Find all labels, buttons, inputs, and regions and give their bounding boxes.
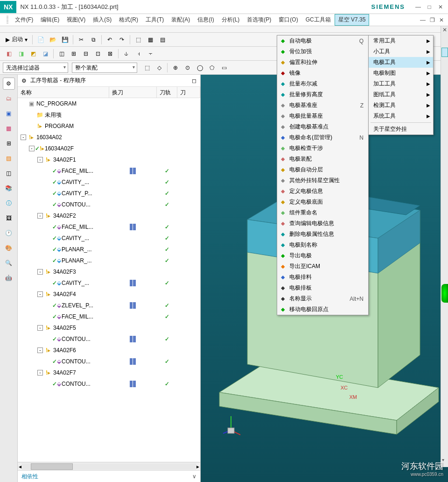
tree-row[interactable]: ✓⬙CONTOU...✓ xyxy=(18,199,200,210)
tool-a[interactable]: ⬚ xyxy=(133,35,143,45)
nav-layer-icon[interactable]: ◫ xyxy=(3,167,15,179)
submenu-item[interactable]: ◆电极批量基座 xyxy=(277,111,368,121)
col-extra[interactable]: 刀 xyxy=(177,87,200,98)
expand-toggle[interactable]: - xyxy=(37,269,43,275)
menu-prefs[interactable]: 首选项(P) xyxy=(243,14,275,26)
sel-btn3[interactable]: ⊕ xyxy=(170,63,181,73)
tree-row[interactable]: ▣NC_PROGRAM xyxy=(18,98,200,109)
submenu-item[interactable]: ◆电极排板 xyxy=(277,283,368,293)
submenu-item[interactable]: ◆批量修剪高度 xyxy=(277,89,368,100)
nav-gear-icon[interactable]: ⚙ xyxy=(3,78,15,90)
tree-row[interactable]: ✓⬙PLANAR_...✓ xyxy=(18,244,200,255)
submenu-item[interactable]: ◆查询编辑电极信息 xyxy=(277,218,368,229)
expand-toggle[interactable]: - xyxy=(37,325,43,331)
cube1-button[interactable]: ◧ xyxy=(4,49,14,59)
tree-row[interactable]: 📁未用项 xyxy=(18,109,200,120)
nav-book-icon[interactable]: 📚 xyxy=(3,182,15,194)
sel-btn2[interactable]: ◇ xyxy=(154,63,164,73)
nav-img-icon[interactable]: 🖼 xyxy=(3,212,15,224)
expand-toggle[interactable]: - xyxy=(37,347,43,353)
col-path[interactable]: 刀轨 xyxy=(157,87,177,98)
submenu-item[interactable]: ◆电极命名(层管理)N xyxy=(277,132,368,143)
gear-icon[interactable]: ⚙ xyxy=(21,78,27,84)
dd-electrode-drawing[interactable]: 电极制图▶ xyxy=(369,68,433,78)
dd-system-tools[interactable]: 系统工具▶ xyxy=(369,111,433,121)
panel-tab[interactable] xyxy=(441,48,448,57)
scroll-right-icon[interactable]: ▸ xyxy=(196,463,199,470)
close-button[interactable]: ✕ xyxy=(437,3,444,11)
expand-toggle[interactable]: - xyxy=(37,291,43,297)
tree-row[interactable]: ✓⬙CAVITY_...✓ xyxy=(18,233,200,244)
cut-button[interactable]: ✂ xyxy=(76,35,86,45)
tree-row[interactable]: -!▸34A02F6 xyxy=(18,345,200,356)
expand-toggle[interactable]: - xyxy=(37,213,43,219)
nav-part-icon[interactable]: ▣ xyxy=(3,107,15,120)
tree-row[interactable]: ✓⬙CONTOU...✓ xyxy=(18,378,200,390)
tree-row[interactable]: -!▸34A02F7 xyxy=(18,367,200,378)
menu-info[interactable]: 信息(I) xyxy=(194,14,217,26)
submenu-item[interactable]: ◆导出电极 xyxy=(277,250,368,261)
menu-insert[interactable]: 插入(S) xyxy=(89,14,115,26)
submenu-item[interactable]: ◆名称显示Alt+N xyxy=(277,293,368,304)
group2-btn[interactable]: ⊞ xyxy=(69,49,79,59)
menu-edit[interactable]: 编辑(E) xyxy=(37,14,63,26)
viewport-handle[interactable] xyxy=(441,284,448,303)
h-scrollbar[interactable]: ◂ ▸ xyxy=(18,462,200,470)
nav-search-icon[interactable]: 🔍 xyxy=(3,257,15,269)
tree-row[interactable]: -!▸34A02F3 xyxy=(18,266,200,277)
submenu-item[interactable]: ◆自动电极Q xyxy=(277,35,368,46)
dd-drawing-tools[interactable]: 图纸工具▶ xyxy=(369,89,433,100)
group4-btn[interactable]: ⊡ xyxy=(93,49,103,59)
menu-tools[interactable]: 工具(T) xyxy=(142,14,168,26)
menu-assembly[interactable]: 装配(A) xyxy=(168,14,194,26)
menu-gctoolbox[interactable]: GC工具箱 xyxy=(302,14,335,26)
mill1-btn[interactable]: ⫝ xyxy=(121,49,132,59)
expand-toggle[interactable]: - xyxy=(29,146,35,151)
doc-close-button[interactable]: ✕ xyxy=(438,16,445,24)
submenu-item[interactable]: ◆电极排料 xyxy=(277,272,368,283)
tree-row[interactable]: ✓⬙CAVITY_...✓ xyxy=(18,177,200,188)
sel-btn4[interactable]: ⊙ xyxy=(182,63,193,73)
minimize-button[interactable]: ― xyxy=(414,3,422,11)
nav-info-icon[interactable]: ⓘ xyxy=(3,197,15,209)
tree-row[interactable]: -!▸16034A02 xyxy=(18,132,200,143)
submenu-item[interactable]: ◆电极检查干涉 xyxy=(277,143,368,154)
open-button[interactable]: 📂 xyxy=(48,35,58,45)
tool-c[interactable]: ▤ xyxy=(157,35,168,45)
sel-btn7[interactable]: ▭ xyxy=(219,63,229,73)
tree-row[interactable]: ✓⬙FACE_MIL...✓ xyxy=(18,311,200,322)
start-button[interactable]: ▶ 启动 ▾ xyxy=(3,35,30,44)
dd-machining-tools[interactable]: 加工工具▶ xyxy=(369,78,433,89)
tree-row[interactable]: -!▸34A02F2 xyxy=(18,210,200,221)
submenu-item[interactable]: ◆电极自动分层 xyxy=(277,164,368,175)
nav-color-icon[interactable]: 🎨 xyxy=(3,242,15,254)
tree-row[interactable]: -✓!▸16034A02F xyxy=(18,143,200,154)
dd-inspection-tools[interactable]: 检测工具▶ xyxy=(369,100,433,111)
submenu-item[interactable]: ◆镜像 xyxy=(277,68,368,78)
grip-handle[interactable] xyxy=(7,16,8,24)
accordion-dependency[interactable]: 相依性 ∨ xyxy=(18,471,200,482)
copy-button[interactable]: ⧉ xyxy=(88,35,98,45)
submenu-item[interactable]: ◆电极基准座Z xyxy=(277,100,368,111)
tree-row[interactable]: -!▸34A02F1 xyxy=(18,154,200,165)
tree-row[interactable]: ✓⬙FACE_MIL...✓ xyxy=(18,221,200,233)
unpin-icon[interactable]: ◻ xyxy=(192,78,196,84)
submenu-item[interactable]: ◆骨位加强 xyxy=(277,46,368,57)
mill3-btn[interactable]: ⫟ xyxy=(146,49,156,59)
doc-restore-button[interactable]: ❐ xyxy=(428,16,436,24)
expand-toggle[interactable]: - xyxy=(21,135,26,140)
submenu-item[interactable]: ◆其他外挂转星空属性 xyxy=(277,175,368,186)
submenu-item[interactable]: ◆电极装配 xyxy=(277,154,368,164)
redo-button[interactable]: ↷ xyxy=(117,35,127,45)
tool-b[interactable]: ▦ xyxy=(145,35,155,45)
dd-about[interactable]: 关于星空外挂 xyxy=(369,124,433,135)
sel-btn1[interactable]: ⬚ xyxy=(142,63,152,73)
tree-row[interactable]: !▸PROGRAM xyxy=(18,120,200,132)
view-triad[interactable] xyxy=(219,414,243,437)
sel-btn5[interactable]: ◯ xyxy=(195,63,205,73)
submenu-item[interactable]: ◆删除电极属性信息 xyxy=(277,229,368,240)
cube2-button[interactable]: ◨ xyxy=(16,49,26,59)
undo-button[interactable]: ↶ xyxy=(105,35,115,45)
menu-xingkong[interactable]: 星空 V7.35 xyxy=(335,14,370,26)
menu-format[interactable]: 格式(R) xyxy=(115,14,142,26)
